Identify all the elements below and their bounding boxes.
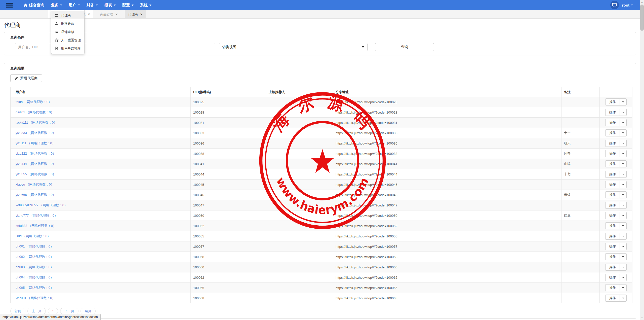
agent-link[interactable]: kefu888 （网络代理数：0）: [16, 224, 56, 228]
close-icon[interactable]: ×: [115, 12, 118, 16]
agent-link[interactable]: kefu88yizhu777 （网络代理数：0）: [16, 203, 67, 207]
agent-link[interactable]: ph003 （网络代理数：0）: [16, 265, 54, 269]
action-caret-button[interactable]: [620, 243, 627, 250]
action-button[interactable]: 操作: [605, 212, 620, 219]
action-caret-button[interactable]: [620, 181, 627, 188]
menu-item-manual-reset[interactable]: 人工重置管理: [51, 36, 84, 44]
agent-link[interactable]: ph005 （网络代理数：0）: [16, 286, 54, 290]
agent-link[interactable]: Ddd （网络代理数：0）: [16, 234, 51, 238]
navbar-item-user[interactable]: 用户: [65, 0, 83, 10]
action-button[interactable]: 操作: [605, 264, 620, 271]
agent-link[interactable]: taida （网络代理数：0）: [16, 100, 52, 104]
action-caret-button[interactable]: [620, 109, 627, 116]
add-agent-button[interactable]: 新增代理商: [10, 74, 42, 82]
pagination-page-1[interactable]: 1: [48, 308, 58, 314]
caret-down-icon: [622, 163, 624, 165]
agent-link[interactable]: yizu222 （网络代理数：0）: [16, 152, 56, 155]
action-button[interactable]: 操作: [605, 129, 620, 136]
menu-item-user-base[interactable]: 用户基础管理: [51, 44, 84, 53]
agent-link[interactable]: yizhu777 （网络代理数：0）: [16, 214, 58, 217]
action-caret-button[interactable]: [620, 119, 627, 126]
action-button[interactable]: 操作: [605, 119, 620, 126]
remark-cell: 十一: [561, 128, 600, 138]
pagination-first[interactable]: 首页: [10, 308, 25, 314]
query-button[interactable]: 查询: [375, 43, 434, 51]
pagination-last[interactable]: 尾页: [80, 308, 96, 314]
action-caret-button[interactable]: [620, 160, 627, 167]
scrollbar-thumb[interactable]: [640, 5, 644, 31]
navbar-item-overview[interactable]: 综合查询: [20, 0, 48, 10]
action-button[interactable]: 操作: [605, 140, 620, 147]
action-button[interactable]: 操作: [605, 181, 620, 188]
navbar-item-finance[interactable]: 财务: [83, 0, 101, 10]
action-button[interactable]: 操作: [605, 284, 620, 291]
action-button[interactable]: 操作: [605, 295, 620, 302]
menu-item-shop-audit[interactable]: 店铺审核: [51, 28, 84, 36]
navbar-item-business[interactable]: 业务: [48, 0, 65, 10]
action-caret-button[interactable]: [620, 140, 627, 147]
menu-item-agent[interactable]: 代理商: [51, 11, 84, 19]
scrollbar-down-arrow[interactable]: ▼: [640, 316, 644, 320]
navbar-item-label: 配置: [122, 3, 130, 8]
view-select[interactable]: 切换视图: [219, 43, 368, 51]
action-caret-button[interactable]: [620, 171, 627, 178]
tab-goods[interactable]: 商品管理×: [97, 10, 121, 18]
action-caret-button[interactable]: [620, 202, 627, 209]
action-caret-button[interactable]: [620, 264, 627, 271]
agent-link[interactable]: yizu333 （网络代理数：0）: [16, 131, 56, 135]
navbar-item-system[interactable]: 系统: [137, 0, 155, 10]
agent-link[interactable]: yizu444 （网络代理数：0）: [16, 162, 56, 166]
uid-cell: 100052: [191, 221, 266, 231]
menu-item-referral[interactable]: 推荐关系: [51, 19, 84, 28]
action-caret-button[interactable]: [620, 295, 627, 302]
action-caret-button[interactable]: [620, 191, 627, 198]
action-button[interactable]: 操作: [605, 274, 620, 281]
navbar-item-report[interactable]: 报表: [101, 0, 119, 10]
hamburger-menu-icon[interactable]: [6, 3, 13, 8]
agent-link[interactable]: ph001 （网络代理数：0）: [16, 244, 54, 248]
action-button[interactable]: 操作: [605, 222, 620, 229]
agent-link[interactable]: WP001 （网络代理数：0）: [16, 296, 55, 300]
action-button[interactable]: 操作: [605, 98, 620, 105]
action-button[interactable]: 操作: [605, 191, 620, 198]
action-caret-button[interactable]: [620, 150, 627, 157]
menu-item-label: 用户基础管理: [61, 46, 80, 51]
action-button[interactable]: 操作: [605, 243, 620, 250]
agent-link[interactable]: jacky111 （网络代理数：0）: [16, 121, 57, 124]
agent-link[interactable]: yizu111 （网络代理数：0）: [16, 141, 55, 145]
uid-cell: 100038: [191, 149, 266, 159]
action-button[interactable]: 操作: [605, 253, 620, 260]
action-button[interactable]: 操作: [605, 233, 620, 240]
agent-link[interactable]: xiaoyu （网络代理数：0）: [16, 183, 54, 186]
action-caret-button[interactable]: [620, 98, 627, 105]
scrollbar-up-arrow[interactable]: ▲: [640, 0, 644, 4]
action-caret-button[interactable]: [620, 233, 627, 240]
tab-agent[interactable]: 代理商×: [125, 10, 146, 18]
action-button[interactable]: 操作: [605, 109, 620, 116]
close-icon[interactable]: ×: [88, 12, 90, 16]
action-button[interactable]: 操作: [605, 160, 620, 167]
action-caret-button[interactable]: [620, 212, 627, 219]
agent-link[interactable]: yizu666 （网络代理数：0）: [16, 193, 56, 197]
user-menu-toggle[interactable]: root: [622, 3, 633, 7]
chat-button[interactable]: [610, 1, 619, 9]
action-button[interactable]: 操作: [605, 202, 620, 209]
action-caret-button[interactable]: [620, 253, 627, 260]
remark-cell: [561, 283, 600, 293]
vertical-scrollbar[interactable]: ▲ ▼: [640, 0, 644, 320]
agent-link[interactable]: ph002 （网络代理数：0）: [16, 255, 54, 259]
pagination-prev[interactable]: 上一页: [27, 308, 46, 314]
close-icon[interactable]: ×: [140, 12, 143, 16]
action-caret-button[interactable]: [620, 129, 627, 136]
action-caret-button[interactable]: [620, 284, 627, 291]
pagination-next[interactable]: 下一页: [60, 308, 78, 314]
action-caret-button[interactable]: [620, 274, 627, 281]
action-button[interactable]: 操作: [605, 150, 620, 157]
action-caret-button[interactable]: [620, 222, 627, 229]
agent-link[interactable]: daili01 （网络代理数：0）: [16, 110, 54, 114]
action-button[interactable]: 操作: [605, 171, 620, 178]
agent-link[interactable]: yizu555 （网络代理数：0）: [16, 172, 56, 176]
agent-link[interactable]: ph004 （网络代理数：0）: [16, 275, 54, 279]
navbar-item-config[interactable]: 配置: [119, 0, 137, 10]
search-input[interactable]: [15, 43, 215, 51]
